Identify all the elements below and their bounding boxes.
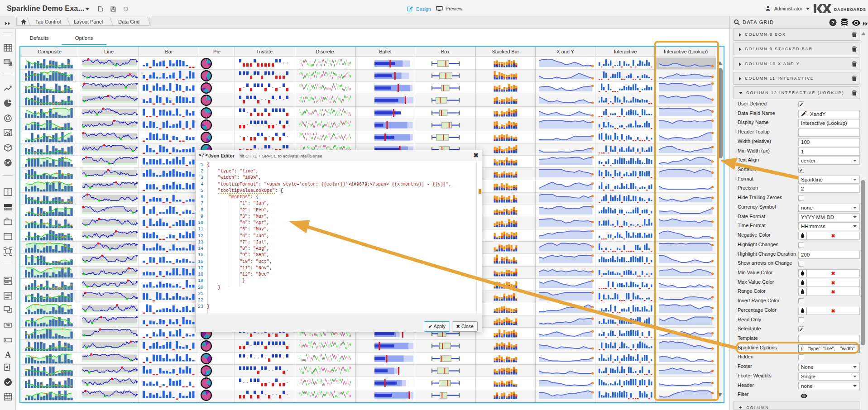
- svg-text:A: A: [5, 350, 11, 359]
- svg-text:?: ?: [831, 20, 834, 25]
- svg-text:DASHBOARDS: DASHBOARDS: [834, 7, 866, 12]
- svg-text:OK: OK: [6, 324, 10, 327]
